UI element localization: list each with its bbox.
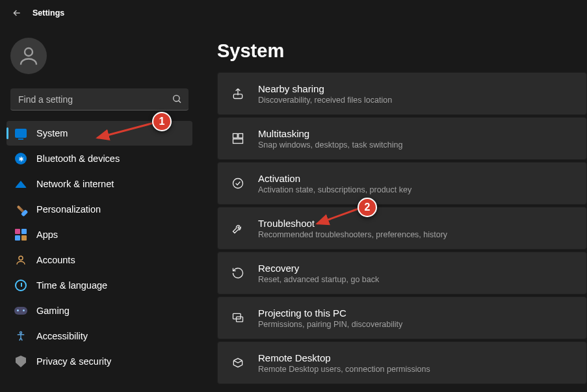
sidebar-item-label: Personalization: [36, 204, 101, 215]
svg-point-0: [25, 48, 33, 56]
wifi-icon: [14, 177, 27, 190]
card-title: Multitasking: [258, 128, 402, 139]
brush-icon: [14, 203, 27, 216]
card-recovery[interactable]: RecoveryReset, advanced startup, go back: [217, 252, 587, 294]
back-button[interactable]: [10, 7, 23, 20]
sidebar-item-bluetooth[interactable]: ∗ Bluetooth & devices: [7, 146, 192, 171]
card-remote-desktop[interactable]: Remote DesktopRemote Desktop users, conn…: [217, 341, 587, 384]
card-title: Recovery: [258, 263, 379, 274]
svg-point-8: [233, 179, 243, 189]
sidebar-item-network[interactable]: Network & internet: [7, 172, 192, 196]
svg-rect-7: [233, 139, 243, 144]
sidebar-item-label: Accounts: [36, 255, 75, 265]
gamepad-icon: [14, 304, 27, 317]
card-title: Activation: [258, 173, 411, 184]
bluetooth-icon: ∗: [14, 152, 27, 165]
card-activation[interactable]: ActivationActivation state, subscription…: [217, 162, 587, 205]
annotation-callout-2: 2: [358, 198, 377, 217]
card-multitasking[interactable]: MultitaskingSnap windows, desktops, task…: [217, 117, 587, 160]
sidebar-item-label: Accessibility: [36, 331, 88, 341]
sidebar-item-apps[interactable]: Apps: [7, 222, 192, 247]
card-troubleshoot[interactable]: TroubleshootRecommended troubleshooters,…: [217, 207, 587, 250]
card-sub: Snap windows, desktops, task switching: [258, 140, 402, 150]
page-title: System: [217, 40, 587, 62]
accessibility-icon: [14, 330, 27, 343]
sidebar-item-accounts[interactable]: Accounts: [7, 248, 192, 272]
sidebar-item-accessibility[interactable]: Accessibility: [7, 324, 192, 348]
remote-icon: [231, 356, 245, 370]
card-sub: Reset, advanced startup, go back: [258, 275, 379, 284]
card-sub: Discoverability, received files location: [258, 96, 392, 105]
svg-rect-9: [233, 313, 241, 319]
sidebar-item-label: Network & internet: [36, 179, 114, 189]
sidebar-item-label: Bluetooth & devices: [36, 153, 120, 164]
svg-point-1: [174, 96, 179, 101]
card-projecting[interactable]: Projecting to this PCPermissions, pairin…: [217, 296, 587, 339]
person-icon: [14, 254, 27, 267]
card-nearby-sharing[interactable]: Nearby sharingDiscoverability, received …: [217, 72, 587, 115]
wrench-icon: [231, 221, 245, 235]
svg-point-2: [19, 256, 23, 260]
card-sub: Permissions, pairing PIN, discoverabilit…: [258, 320, 402, 329]
sidebar-item-label: Apps: [36, 229, 58, 240]
sidebar-item-time[interactable]: Time & language: [7, 273, 192, 298]
sidebar-item-personalization[interactable]: Personalization: [7, 197, 192, 222]
sidebar-item-label: Time & language: [36, 280, 107, 291]
svg-rect-6: [239, 134, 243, 138]
apps-icon: [14, 228, 27, 241]
app-title: Settings: [33, 8, 64, 18]
card-title: Projecting to this PC: [258, 307, 402, 319]
svg-point-3: [20, 332, 22, 333]
main-content: System Nearby sharingDiscoverability, re…: [195, 26, 587, 392]
sidebar-item-privacy[interactable]: Privacy & security: [7, 349, 192, 374]
card-title: Remote Desktop: [258, 352, 430, 363]
sidebar-item-label: System: [36, 128, 68, 138]
card-sub: Remote Desktop users, connection permiss…: [258, 365, 430, 374]
clock-icon: [14, 279, 27, 292]
avatar[interactable]: [10, 38, 47, 74]
sidebar-item-label: Privacy & security: [36, 356, 111, 367]
sidebar: System ∗ Bluetooth & devices Network & i…: [0, 26, 195, 392]
monitor-icon: [14, 127, 27, 140]
recovery-icon: [231, 266, 245, 280]
card-sub: Recommended troubleshooters, preferences…: [258, 230, 447, 239]
shield-icon: [14, 355, 27, 368]
search-input[interactable]: [10, 88, 189, 111]
multitask-icon: [231, 131, 245, 146]
sidebar-item-gaming[interactable]: Gaming: [7, 298, 192, 323]
share-icon: [231, 86, 245, 101]
check-circle-icon: [231, 176, 245, 190]
sidebar-item-label: Gaming: [36, 306, 70, 316]
annotation-callout-1: 1: [152, 112, 172, 131]
card-title: Nearby sharing: [258, 83, 392, 94]
svg-rect-5: [233, 134, 238, 138]
card-title: Troubleshoot: [258, 218, 447, 229]
search-icon: [172, 94, 182, 107]
card-sub: Activation state, subscriptions, product…: [258, 185, 411, 194]
project-icon: [231, 311, 245, 325]
